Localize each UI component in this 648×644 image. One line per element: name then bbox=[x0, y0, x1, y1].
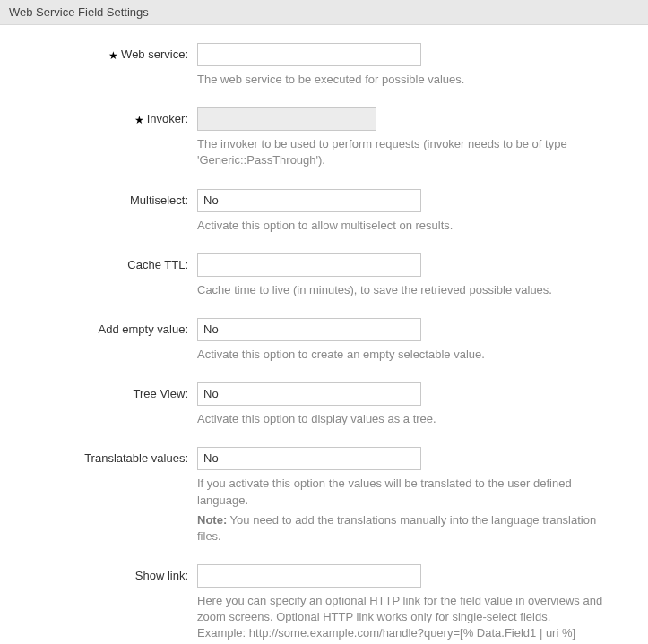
showlink-input[interactable] bbox=[197, 564, 421, 588]
row-multiselect: Multiselect: No Activate this option to … bbox=[9, 189, 621, 250]
addempty-select[interactable]: No bbox=[197, 318, 421, 341]
multiselect-select[interactable]: No bbox=[197, 189, 421, 212]
help-multiselect: Activate this option to allow multiselec… bbox=[197, 218, 621, 234]
help-translatable: If you activate this option the values w… bbox=[197, 476, 621, 508]
translatable-value: No bbox=[203, 451, 219, 467]
label-showlink: Show link: bbox=[9, 564, 197, 582]
row-webservice: ★Web service: The web service to be exec… bbox=[9, 43, 621, 104]
row-cachettl: Cache TTL: Cache time to live (in minute… bbox=[9, 253, 621, 314]
translatable-select[interactable]: No bbox=[197, 447, 421, 470]
help-invoker: The invoker to be used to perform reques… bbox=[197, 136, 621, 168]
field-webservice: The web service to be executed for possi… bbox=[197, 43, 621, 104]
label-cachettl: Cache TTL: bbox=[9, 253, 197, 271]
row-addempty: Add empty value: No Activate this option… bbox=[9, 318, 621, 379]
label-treeview: Tree View: bbox=[9, 382, 197, 400]
field-treeview: No Activate this option to display value… bbox=[197, 382, 621, 443]
row-showlink: Show link: Here you can specify an optio… bbox=[9, 564, 621, 644]
webservice-input[interactable] bbox=[197, 43, 421, 66]
help-showlink-2: Example: http://some.example.com/handle?… bbox=[197, 626, 575, 640]
field-showlink: Here you can specify an optional HTTP li… bbox=[197, 564, 621, 644]
label-translatable: Translatable values: bbox=[9, 447, 197, 465]
panel-title: Web Service Field Settings bbox=[0, 0, 648, 25]
field-multiselect: No Activate this option to allow multise… bbox=[197, 189, 621, 250]
row-translatable: Translatable values: No If you activate … bbox=[9, 447, 621, 561]
help-treeview: Activate this option to display values a… bbox=[197, 411, 621, 427]
help-showlink: Here you can specify an optional HTTP li… bbox=[197, 593, 621, 642]
label-multiselect: Multiselect: bbox=[9, 189, 197, 207]
help-addempty: Activate this option to create an empty … bbox=[197, 347, 621, 363]
panel-body: ★Web service: The web service to be exec… bbox=[0, 25, 648, 644]
row-treeview: Tree View: No Activate this option to di… bbox=[9, 382, 621, 443]
label-invoker: ★Invoker: bbox=[9, 107, 197, 125]
help-cachettl: Cache time to live (in minutes), to save… bbox=[197, 282, 621, 298]
label-addempty: Add empty value: bbox=[9, 318, 197, 336]
field-invoker: The invoker to be used to perform reques… bbox=[197, 107, 621, 185]
label-webservice: ★Web service: bbox=[9, 43, 197, 61]
label-webservice-text: Web service: bbox=[121, 47, 188, 61]
treeview-select[interactable]: No bbox=[197, 382, 421, 406]
note-label: Note: bbox=[197, 513, 227, 527]
field-addempty: No Activate this option to create an emp… bbox=[197, 318, 621, 379]
help-translatable-text: If you activate this option the values w… bbox=[197, 477, 572, 506]
invoker-input bbox=[197, 107, 376, 131]
field-cachettl: Cache time to live (in minutes), to save… bbox=[197, 253, 621, 314]
addempty-value: No bbox=[203, 322, 219, 338]
label-invoker-text: Invoker: bbox=[147, 112, 188, 125]
note-text: You need to add the translations manuall… bbox=[197, 513, 596, 543]
field-translatable: No If you activate this option the value… bbox=[197, 447, 621, 561]
treeview-value: No bbox=[203, 386, 219, 402]
help-webservice: The web service to be executed for possi… bbox=[197, 72, 621, 88]
cachettl-input[interactable] bbox=[197, 253, 421, 277]
help-showlink-1: Here you can specify an optional HTTP li… bbox=[197, 594, 602, 623]
settings-panel: Web Service Field Settings ★Web service:… bbox=[0, 0, 648, 644]
note-translatable: Note: You need to add the translations m… bbox=[197, 512, 621, 545]
row-invoker: ★Invoker: The invoker to be used to perf… bbox=[9, 107, 621, 185]
required-icon: ★ bbox=[134, 114, 144, 126]
required-icon: ★ bbox=[108, 49, 118, 62]
multiselect-value: No bbox=[203, 193, 219, 209]
